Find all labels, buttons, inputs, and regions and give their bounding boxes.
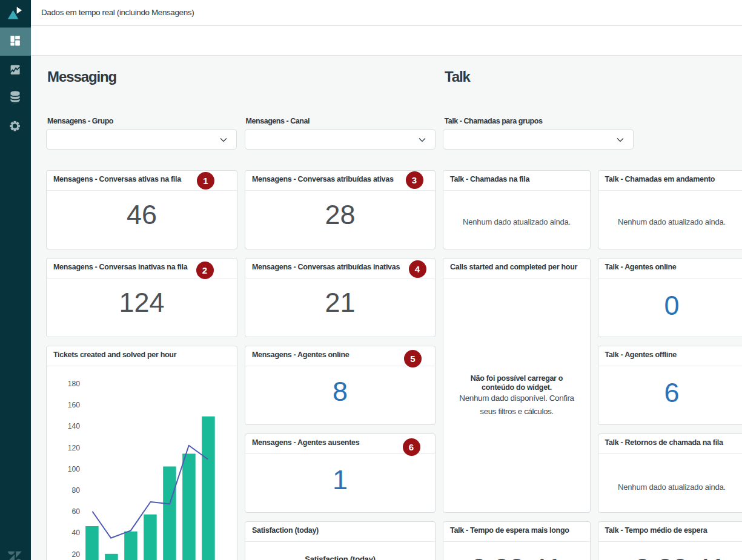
svg-text:140: 140 (68, 422, 81, 430)
svg-text:40: 40 (71, 529, 80, 537)
svg-text:80: 80 (71, 486, 80, 495)
svg-text:120: 120 (68, 444, 81, 452)
svg-text:20: 20 (71, 550, 80, 559)
svg-text:100: 100 (68, 465, 81, 473)
svg-text:60: 60 (71, 507, 80, 516)
svg-text:160: 160 (68, 401, 81, 409)
svg-text:180: 180 (68, 380, 81, 388)
